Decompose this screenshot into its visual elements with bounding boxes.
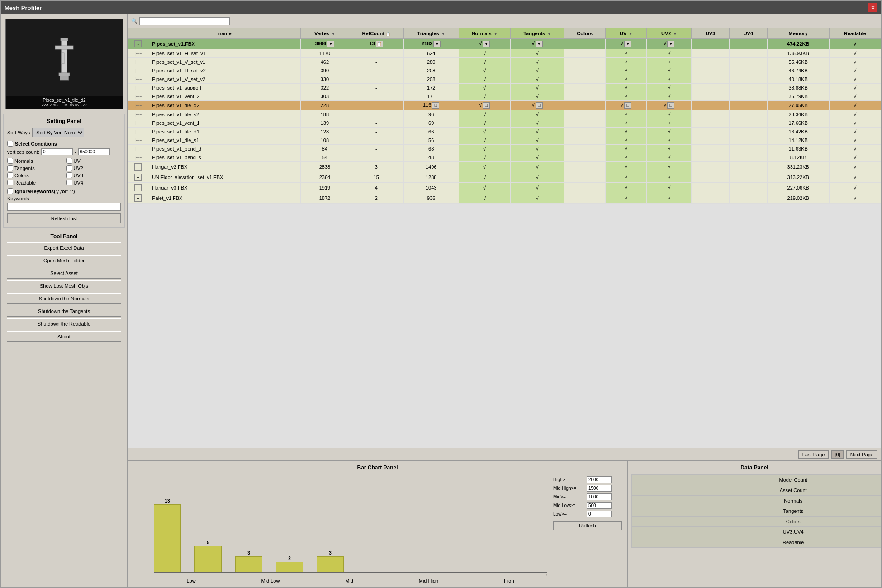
uv3-checkbox[interactable] <box>66 172 72 178</box>
uv-checkbox[interactable] <box>66 158 72 164</box>
normals-badge[interactable]: ▼ <box>483 41 490 47</box>
expand-button[interactable]: + <box>134 163 142 171</box>
open-mesh-folder-button[interactable]: Open Mesh Folder <box>7 255 121 266</box>
expand-button[interactable]: + <box>134 184 142 191</box>
table-row[interactable]: |-----Pipes_set_v1_bend_s54-48√√√√8.12KB… <box>128 153 881 162</box>
select-asset-button[interactable]: Select Asset <box>7 268 121 279</box>
readable-checkbox[interactable] <box>7 180 13 185</box>
sort-select[interactable]: Sort By Vert Num Sort By Name Sort By Tr… <box>32 128 84 137</box>
table-row[interactable]: |-----Pipes_set_v1_H_set_v11170-624√√√√1… <box>128 49 881 58</box>
tangents-badge[interactable]: ▼ <box>536 41 543 47</box>
expand-button[interactable]: + <box>134 174 142 181</box>
normals-checkbox[interactable] <box>7 158 13 164</box>
cell-colors <box>564 92 605 101</box>
col-colors[interactable]: Colors <box>564 28 605 39</box>
tangents-checkbox[interactable] <box>7 165 13 171</box>
table-row[interactable]: |-----Pipes_set_v1_V_set_v2330-208√√√√40… <box>128 75 881 84</box>
cell-uv3 <box>692 183 730 193</box>
shutdown-normals-button[interactable]: Shutdown the Normals <box>7 293 121 304</box>
expand-button[interactable]: - <box>134 40 142 47</box>
last-page-button[interactable]: Last Page <box>798 450 829 459</box>
threshold-midlow-input[interactable] <box>587 502 612 509</box>
cell-uv4 <box>729 84 767 92</box>
sort-badge[interactable]: ▼ <box>327 41 334 47</box>
table-area: name Vertex ▼ RefCount 📋 Triangles ▼ Nor… <box>128 28 881 460</box>
col-uv4[interactable]: UV4 <box>729 28 767 39</box>
show-lost-mesh-button[interactable]: Show Lost Mesh Objs <box>7 280 121 291</box>
col-refcount[interactable]: RefCount 📋 <box>349 28 403 39</box>
expand-col: |----- <box>128 58 149 66</box>
uv-sel-badge[interactable]: □ <box>624 102 631 109</box>
table-row[interactable]: |-----Pipes_set_v1_tile_s1108-56√√√√14.1… <box>128 136 881 145</box>
tangents-sel-badge[interactable]: □ <box>536 102 543 109</box>
col-memory[interactable]: Memory <box>767 28 829 39</box>
table-row[interactable]: +UNIFloor_elevation_set_v1.FBX2364151288… <box>128 172 881 183</box>
table-row[interactable]: |-----Pipes_set_v1_bend_d84-68√√√√11.63K… <box>128 145 881 153</box>
cell-normals: √□ <box>459 101 510 110</box>
vertices-min-input[interactable] <box>41 148 73 155</box>
table-row[interactable]: |-----Pipes_set_v1_tile_d1128-66√√√√16.4… <box>128 128 881 136</box>
table-row[interactable]: +Hangar_v3.FBX191941043√√√√227.06KB√ <box>128 183 881 193</box>
cell-colors <box>564 119 605 128</box>
vertices-max-input[interactable] <box>78 148 110 155</box>
uv2-badge[interactable]: ▼ <box>667 41 674 47</box>
col-name[interactable]: name <box>149 28 301 39</box>
table-row[interactable]: |-----Pipes_set_v1_vent_1139-69√√√√17.66… <box>128 119 881 128</box>
cell-vertex: 1919 <box>301 183 349 193</box>
cell-tangents: √ <box>510 66 564 75</box>
table-container[interactable]: name Vertex ▼ RefCount 📋 Triangles ▼ Nor… <box>128 28 881 448</box>
label-mid: Mid <box>345 578 353 583</box>
col-readable[interactable]: Readable <box>829 28 881 39</box>
threshold-low-input[interactable] <box>587 511 612 517</box>
cell-name: Pipes_set_v1_H_set_v1 <box>149 49 301 58</box>
table-row[interactable]: -Pipes_set_v1.FBX3906▼13📋2182▼√▼√▼√▼√▼47… <box>128 39 881 49</box>
refcount-badge[interactable]: 📋 <box>376 41 383 47</box>
cell-colors <box>564 58 605 66</box>
about-button[interactable]: About <box>7 331 121 342</box>
table-row[interactable]: |-----Pipes_set_v1_vent_2303-171√√√√36.7… <box>128 92 881 101</box>
expand-button[interactable]: + <box>134 194 142 202</box>
threshold-midhigh: Mid High>= <box>553 485 622 492</box>
uv-filter: UV <box>66 158 121 164</box>
table-row[interactable]: +Palet_v1.FBX18722936√√√√219.02KB√ <box>128 193 881 204</box>
col-uv2[interactable]: UV2 ▼ <box>647 28 692 39</box>
table-row[interactable]: |-----Pipes_set_v1_tile_s2188-96√√√√23.3… <box>128 110 881 119</box>
next-page-button[interactable]: Next Page <box>846 450 877 459</box>
col-tangents[interactable]: Tangents ▼ <box>510 28 564 39</box>
table-row[interactable]: |-----Pipes_set_v1_V_set_v1462-280√√√√55… <box>128 58 881 66</box>
uv4-checkbox[interactable] <box>66 180 72 185</box>
cell-vertex: 462 <box>301 58 349 66</box>
col-vertex[interactable]: Vertex ▼ <box>301 28 349 39</box>
tri-badge[interactable]: ▼ <box>433 41 441 47</box>
table-row[interactable]: |-----Pipes_set_v1_H_set_v2390-208√√√√46… <box>128 66 881 75</box>
col-triangles[interactable]: Triangles ▼ <box>403 28 459 39</box>
table-row[interactable]: +Hangar_v2.FBX283831496√√√√331.23KB√ <box>128 162 881 172</box>
col-uv[interactable]: UV ▼ <box>605 28 646 39</box>
ignore-keywords-checkbox[interactable] <box>7 188 13 194</box>
uv2-sel-badge[interactable]: □ <box>667 102 674 109</box>
select-conditions-checkbox[interactable] <box>7 141 13 147</box>
threshold-mid-input[interactable] <box>587 493 612 500</box>
cell-name: Pipes_set_v1_vent_1 <box>149 119 301 128</box>
close-button[interactable]: ✕ <box>868 3 877 12</box>
shutdown-tangents-button[interactable]: Shutdown the Tangents <box>7 306 121 317</box>
col-uv3[interactable]: UV3 <box>692 28 730 39</box>
tri-badge-sel[interactable]: □ <box>432 102 439 109</box>
export-excel-button[interactable]: Export Excel Data <box>7 242 121 253</box>
table-row[interactable]: |-----Pipes_set_v1_support322-172√√√√38.… <box>128 84 881 92</box>
reflesh-list-button[interactable]: Reflesh List <box>7 213 121 223</box>
table-row[interactable]: |-----Pipes_set_v1_tile_d2228-116□√□√□√□… <box>128 101 881 110</box>
col-normals[interactable]: Normals ▼ <box>459 28 510 39</box>
search-input[interactable] <box>139 17 230 25</box>
colors-checkbox[interactable] <box>7 172 13 178</box>
uv-badge[interactable]: ▼ <box>624 41 631 47</box>
threshold-midhigh-input[interactable] <box>587 485 612 492</box>
threshold-midlow-label: Mid Low>= <box>553 503 585 508</box>
uv2-checkbox[interactable] <box>66 165 72 171</box>
reflesh-chart-button[interactable]: Reflesh <box>553 521 622 530</box>
threshold-high-input[interactable] <box>587 476 612 483</box>
cell-refcount: - <box>349 101 403 110</box>
keywords-input[interactable] <box>7 203 121 211</box>
normals-sel-badge[interactable]: □ <box>483 102 490 109</box>
shutdown-readable-button[interactable]: Shutdown the Readable <box>7 318 121 329</box>
